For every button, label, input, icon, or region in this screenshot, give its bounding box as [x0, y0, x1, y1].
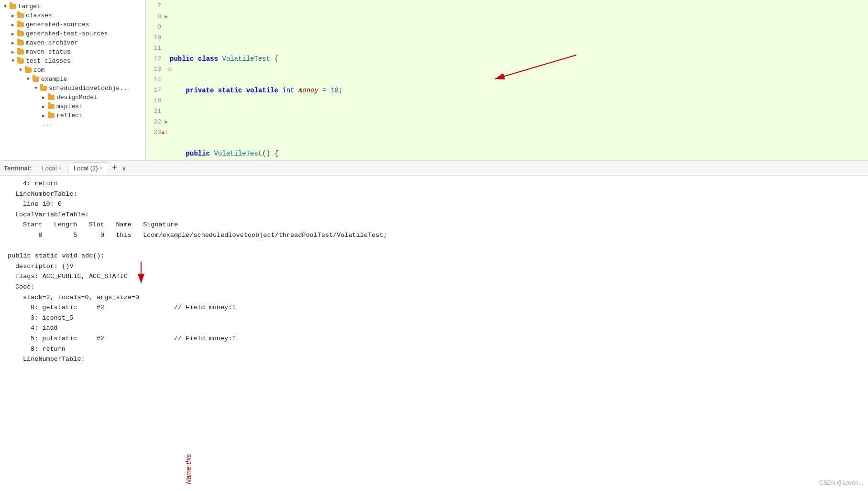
terminal-line-return: 8: return	[8, 344, 860, 355]
tree-label-maven-arch: maven-archiver	[26, 39, 78, 46]
chevron-test-cls: ▼	[11, 58, 17, 64]
tree-label-example: example	[41, 76, 67, 83]
folder-icon-gen-src	[17, 22, 24, 27]
tree-item-com[interactable]: ▼ com	[0, 66, 145, 75]
tree-item-classes[interactable]: ▶ classes	[0, 11, 145, 20]
chevron-gen-test-src: ▶	[11, 31, 17, 37]
terminal-content[interactable]: Name this 4: return LineNumberTable: lin…	[0, 176, 868, 491]
folder-icon-gen-test-src	[17, 31, 24, 36]
chevron-target: ▼	[4, 4, 10, 9]
tree-label-more: ...	[42, 121, 53, 128]
folder-icon-maptest	[48, 104, 55, 109]
code-lines: public class VolatileTest { private stat…	[165, 0, 868, 160]
terminal-line-3: line 10: 0	[8, 199, 860, 210]
add-tab-button[interactable]: +	[110, 163, 119, 173]
chevron-com: ▼	[19, 67, 25, 73]
folder-icon-example	[33, 77, 39, 82]
terminal-line-stack: stack=2, locals=0, args_size=0	[8, 292, 860, 303]
folder-icon-scheduled	[40, 86, 47, 91]
chevron-maven-stat: ▶	[11, 49, 17, 55]
chevron-design: ▶	[42, 95, 48, 100]
ln-13: 13	[146, 64, 161, 75]
terminal-line-4: LocalVariableTable:	[8, 210, 860, 220]
line-numbers: 7 8 ▶ 9 10 11 12 13 14 17 18 21 22 ▶	[146, 0, 165, 160]
terminal-line-6: 0 5 0 this Lcom/example/scheduledlovetoo…	[8, 230, 860, 241]
ln-7: 7	[146, 1, 161, 11]
tree-item-test-classes[interactable]: ▼ test-classes	[0, 56, 145, 66]
tree-item-generated-sources[interactable]: ▶ generated-sources	[0, 20, 145, 29]
tab-local-2[interactable]: Local (2) ×	[68, 162, 108, 174]
tree-item-design-model[interactable]: ▶ designModel	[0, 93, 145, 102]
tree-label-classes: classes	[26, 12, 52, 19]
terminal-line-code-label: Code:	[8, 282, 860, 292]
terminal-line-flags: flags: ACC_PUBLIC, ACC_STATIC	[8, 271, 860, 282]
terminal-label: Terminal:	[4, 165, 32, 172]
tab-local-1-close[interactable]: ×	[59, 165, 62, 171]
folder-icon-reflect	[48, 113, 55, 118]
run-btn-22[interactable]: ▶	[165, 117, 168, 127]
chevron-gen-src: ▶	[11, 22, 17, 28]
ln-12: 12	[146, 54, 161, 64]
tab-local-2-close[interactable]: ×	[100, 165, 103, 171]
debug-dot-13	[168, 67, 172, 71]
watermark: CSDN @Loven...	[819, 480, 863, 486]
code-editor-content: 7 8 ▶ 9 10 11 12 13 14 17 18 21 22 ▶	[146, 0, 868, 160]
code-line-9: private static volatile int money = 10;	[170, 85, 868, 96]
ln-23: 23 ▲!	[146, 127, 161, 138]
tree-label-scheduled: scheduledlovetoobje...	[49, 85, 131, 92]
warn-btn-23[interactable]: ▲!	[162, 127, 168, 138]
chevron-example: ▼	[27, 77, 33, 82]
tree-label-com: com	[33, 67, 44, 74]
tree-item-reflect[interactable]: ▶ reflect	[0, 111, 145, 120]
tab-local-2-label: Local (2)	[74, 165, 98, 172]
tree-item-example[interactable]: ▼ example	[0, 75, 145, 84]
terminal-line-iadd: 4: iadd	[8, 323, 860, 334]
tree-item-maptest[interactable]: ▶ maptest	[0, 102, 145, 111]
terminal-line-iconst5: 3: iconst_5	[8, 313, 860, 324]
tree-item-maven-status[interactable]: ▶ maven-status	[0, 47, 145, 56]
tree-label-reflect: reflect	[56, 112, 83, 119]
folder-icon-classes	[17, 13, 24, 18]
terminal-line-add-sig: public static void add();	[8, 251, 860, 261]
ln-9: 9	[146, 22, 161, 33]
folder-icon-test-cls	[17, 58, 24, 64]
terminal-line-lnt: LineNumberTable:	[8, 354, 860, 365]
ln-11: 11	[146, 43, 161, 54]
folder-icon-target	[10, 4, 16, 9]
tree-label-maptest: maptest	[56, 103, 83, 110]
tab-nav-down[interactable]: ∨	[121, 164, 127, 172]
tree-label-target: target	[18, 3, 41, 10]
code-editor: 7 8 ▶ 9 10 11 12 13 14 17 18 21 22 ▶	[146, 0, 868, 160]
run-btn-8[interactable]: ▶	[165, 11, 168, 22]
terminal-line-getstatic: 0: getstatic #2 // Field money:I	[8, 302, 860, 313]
tree-item-more: ...	[0, 120, 145, 129]
terminal-area: Terminal: Local × Local (2) × + ∨ Name t…	[0, 160, 868, 491]
terminal-line-1: 4: return	[8, 179, 860, 189]
tree-item-generated-test-sources[interactable]: ▶ generated-test-sources	[0, 29, 145, 38]
terminal-line-2: LineNumberTable:	[8, 189, 860, 200]
chevron-maven-arch: ▶	[11, 40, 17, 46]
chevron-reflect: ▶	[42, 113, 48, 119]
terminal-line-blank	[8, 241, 860, 251]
terminal-tabs-bar: Terminal: Local × Local (2) × + ∨	[0, 160, 868, 176]
terminal-line-descriptor: descriptor: ()V	[8, 261, 860, 272]
file-tree: ▼ target ▶ classes ▶ generated-sources ▶…	[0, 0, 146, 160]
folder-icon-maven-arch	[17, 40, 24, 45]
folder-icon-maven-stat	[17, 49, 24, 55]
chevron-maptest: ▶	[42, 104, 48, 110]
name-this-annotation: Name this	[183, 454, 194, 484]
ln-17: 17	[146, 85, 161, 96]
tree-item-maven-archiver[interactable]: ▶ maven-archiver	[0, 38, 145, 47]
folder-icon-com	[25, 67, 32, 73]
ln-22: 22 ▶	[146, 117, 161, 127]
ln-14: 14	[146, 75, 161, 85]
tree-item-target[interactable]: ▼ target	[0, 2, 145, 11]
ln-8: 8 ▶	[146, 11, 161, 22]
folder-icon-design	[48, 95, 55, 100]
top-area: ▼ target ▶ classes ▶ generated-sources ▶…	[0, 0, 868, 160]
tab-local-1[interactable]: Local ×	[37, 163, 67, 174]
terminal-line-putstatic: 5: putstatic #2 // Field money:I	[8, 334, 860, 344]
tree-item-scheduled[interactable]: ▼ scheduledlovetoobje...	[0, 84, 145, 93]
chevron-scheduled: ▼	[34, 86, 40, 91]
ln-21: 21	[146, 106, 161, 117]
